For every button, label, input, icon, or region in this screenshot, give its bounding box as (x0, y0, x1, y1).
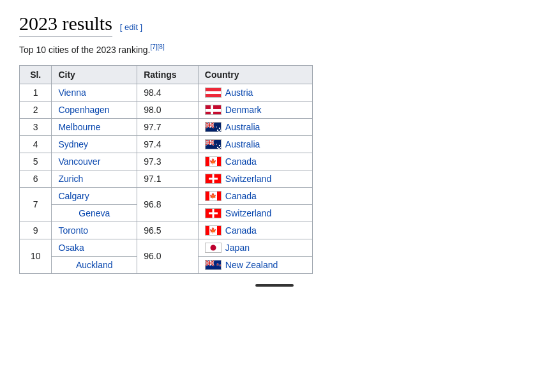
flag-switzerland (205, 208, 222, 218)
country-link[interactable]: New Zealand (225, 260, 278, 270)
cell-sl: 9 (20, 222, 52, 239)
page-section: 2023 results [ edit ] Top 10 cities of t… (19, 13, 530, 274)
svg-point-10 (217, 129, 218, 130)
cell-country: Switzerland (198, 204, 312, 222)
cell-city[interactable]: Auckland (52, 256, 137, 273)
flag-australia (205, 122, 222, 132)
cell-sl: 2 (20, 101, 52, 118)
country-link[interactable]: Austria (225, 87, 253, 98)
cell-rating: 97.4 (137, 135, 199, 153)
cell-rating: 96.0 (137, 239, 199, 273)
cell-rating: 97.3 (137, 153, 199, 170)
page-title: 2023 results (19, 13, 112, 37)
col-ratings: Ratings (137, 65, 199, 84)
table-row: 6Zurich97.1Switzerland (20, 170, 313, 187)
country-link[interactable]: Canada (225, 225, 257, 236)
cell-city[interactable]: Copenhagen (52, 101, 137, 118)
cell-rating: 96.5 (137, 222, 199, 239)
city-link[interactable]: Melbourne (58, 122, 100, 132)
cell-city[interactable]: Osaka (52, 239, 137, 256)
cell-country: 🍁Canada (198, 222, 312, 239)
cell-rating: 96.8 (137, 187, 199, 222)
cell-city[interactable]: Calgary (52, 187, 137, 204)
table-header-row: Sl. City Ratings Country (20, 65, 313, 84)
table-row: 5Vancouver97.3🍁Canada (20, 153, 313, 170)
rankings-table: Sl. City Ratings Country 1Vienna98.4Aust… (19, 65, 313, 274)
city-link[interactable]: Vienna (58, 87, 86, 98)
svg-rect-39 (206, 262, 214, 263)
cell-sl: 10 (20, 239, 52, 273)
flag-canada: 🍁 (205, 156, 222, 167)
cell-country: 🍁Canada (198, 187, 312, 204)
subtitle: Top 10 cities of the 2023 ranking.[7][8] (19, 43, 530, 55)
cell-sl: 4 (20, 135, 52, 153)
svg-point-29 (216, 144, 217, 145)
city-link[interactable]: Copenhagen (58, 105, 109, 115)
city-link[interactable]: Auckland (76, 260, 113, 270)
table-row: 9Toronto96.5🍁Canada (20, 222, 313, 239)
table-row: 4Sydney97.4 Australia (20, 135, 313, 153)
city-link[interactable]: Calgary (58, 191, 89, 201)
cell-city[interactable]: Toronto (52, 222, 137, 239)
cell-rating: 98.0 (137, 101, 199, 118)
flag-switzerland (205, 174, 222, 184)
city-link[interactable]: Zurich (58, 174, 83, 184)
svg-point-25 (217, 146, 218, 147)
cell-rating: 97.1 (137, 170, 199, 187)
svg-point-11 (219, 127, 220, 128)
city-link[interactable]: Vancouver (58, 156, 100, 167)
cell-rating: 98.4 (137, 84, 199, 101)
edit-link[interactable]: [ edit ] (120, 22, 142, 32)
cell-country: Switzerland (198, 170, 312, 187)
flag-denmark (205, 105, 222, 115)
edit-anchor[interactable]: [ edit ] (120, 22, 142, 32)
cell-country: Denmark (198, 101, 312, 118)
cell-sl: 3 (20, 118, 52, 135)
city-link[interactable]: Toronto (58, 225, 88, 236)
svg-rect-9 (206, 124, 214, 125)
cell-city[interactable]: Vancouver (52, 153, 137, 170)
cell-country: New Zealand (198, 256, 312, 273)
cell-sl: 5 (20, 153, 52, 170)
cell-city[interactable]: Sydney (52, 135, 137, 153)
cell-rating: 97.7 (137, 118, 199, 135)
city-link[interactable]: Geneva (79, 208, 110, 218)
country-link[interactable]: Switzerland (225, 174, 271, 184)
cell-city[interactable]: Melbourne (52, 118, 137, 135)
cell-country: Australia (198, 135, 312, 153)
col-sl: Sl. (20, 65, 52, 84)
country-link[interactable]: Australia (225, 122, 260, 132)
cell-country: Austria (198, 84, 312, 101)
country-link[interactable]: Denmark (225, 105, 262, 115)
col-country: Country (198, 65, 312, 84)
title-section: 2023 results [ edit ] (19, 13, 530, 37)
cell-city[interactable]: Zurich (52, 170, 137, 187)
cell-country: 🍁Canada (198, 153, 312, 170)
cell-city[interactable]: Geneva (52, 204, 137, 222)
country-link[interactable]: Australia (225, 139, 260, 149)
country-link[interactable]: Canada (225, 156, 257, 167)
flag-austria (205, 87, 222, 98)
svg-point-14 (216, 126, 217, 128)
cell-sl: 7 (20, 187, 52, 222)
country-link[interactable]: Japan (225, 243, 250, 253)
flag-newzealand (205, 260, 222, 270)
city-link[interactable]: Sydney (58, 139, 88, 149)
ref-8[interactable]: [8] (158, 43, 165, 50)
flag-japan (205, 243, 222, 253)
table-row: 3Melbourne97.7 Australia (20, 118, 313, 135)
cell-country: Japan (198, 239, 312, 256)
cell-sl: 6 (20, 170, 52, 187)
svg-point-26 (219, 144, 220, 146)
scroll-indicator (255, 284, 294, 287)
flag-canada: 🍁 (205, 191, 222, 201)
country-link[interactable]: Switzerland (225, 208, 271, 218)
flag-canada: 🍁 (205, 225, 222, 236)
country-link[interactable]: Canada (225, 191, 257, 201)
cell-sl: 1 (20, 84, 52, 101)
ref-7[interactable]: [7] (150, 43, 157, 50)
svg-rect-24 (206, 142, 214, 142)
table-row: 7Calgary96.8🍁Canada (20, 187, 313, 204)
cell-city[interactable]: Vienna (52, 84, 137, 101)
city-link[interactable]: Osaka (58, 243, 84, 253)
